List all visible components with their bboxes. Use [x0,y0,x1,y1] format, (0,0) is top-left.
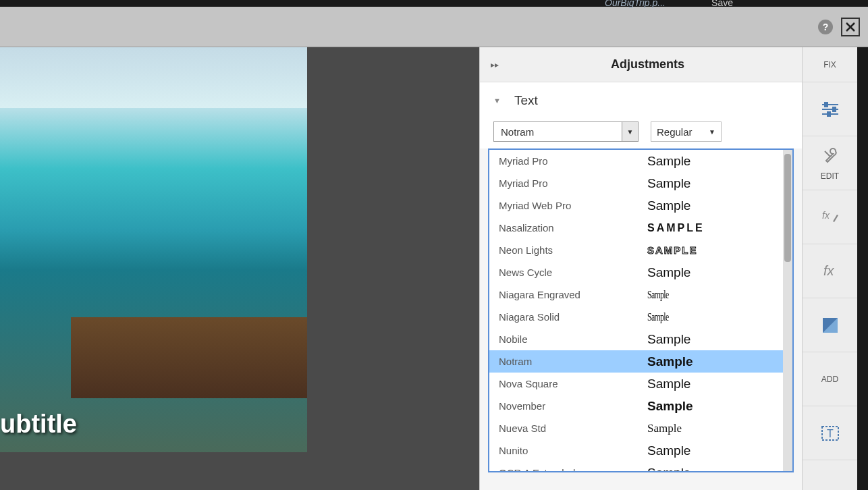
svg-rect-3 [825,103,828,107]
add-tool[interactable]: ADD [803,352,857,406]
adjustments-title: Adjustments [504,57,791,72]
font-option[interactable]: Niagara SolidSample [489,306,792,328]
font-weight-select[interactable]: Regular ▼ [651,121,722,142]
sliders-icon [819,99,841,120]
font-option-sample: Sample [647,332,783,347]
font-family-select[interactable]: Notram ▼ [493,121,639,142]
font-option[interactable]: Myriad ProSample [489,150,792,172]
font-option-sample: Sample [647,443,783,458]
collapse-icon[interactable]: ▸▸ [491,60,504,70]
font-option[interactable]: OCR A ExtendedSample [489,462,792,472]
subtitle-text-layer[interactable]: ubtitle [0,410,77,439]
font-option-name: November [499,400,647,412]
font-option-name: Nobile [499,333,647,345]
font-controls: Notram ▼ Regular ▼ [480,115,802,148]
fix-label: FIX [823,60,836,70]
font-option-name: Niagara Solid [499,311,647,323]
font-option-name: Myriad Pro [499,155,647,167]
font-option[interactable]: Nova SquareSample [489,373,792,395]
svg-rect-4 [833,107,836,111]
font-option-name: Neon Lights [499,244,647,256]
font-option[interactable]: News CycleSample [489,261,792,283]
chevron-down-icon: ▼ [622,122,638,141]
font-option-name: Nueva Std [499,423,647,434]
font-option-name: Nasalization [499,222,647,234]
font-option[interactable]: NunitoSample [489,439,792,462]
app-top-bar: OurBigTrip.p... Save [0,0,868,7]
close-button[interactable] [841,18,860,36]
edit-label: EDIT [821,171,839,181]
scrollbar-thumb[interactable] [784,154,791,262]
canvas-image[interactable]: ubtitle [0,47,307,452]
font-option-name: Myriad Pro [499,178,647,189]
font-option[interactable]: Niagara EngravedSample [489,283,792,306]
text-frame-icon: T [819,423,841,444]
text-section-label: Text [514,93,538,108]
font-option[interactable]: NobileSample [489,328,792,350]
canvas-area[interactable]: ubtitle [0,47,479,490]
wrench-icon [819,146,841,167]
font-option-name: Nunito [499,445,647,456]
font-option-sample: Sample [647,288,742,302]
font-option-name: Nova Square [499,378,647,389]
title-bar: ? [0,7,868,47]
fx-icon: fx [819,261,841,282]
font-option[interactable]: Myriad Web ProSample [489,194,792,217]
font-option-sample: Sample [647,310,742,324]
font-option[interactable]: Myriad ProSample [489,172,792,194]
edit-tool[interactable]: EDIT [803,136,857,190]
right-panel: ▸▸ Adjustments ▼ Text Notram ▼ Regular ▼ [479,47,857,490]
font-option-sample: Sample [647,377,783,391]
text-frame-tool[interactable]: T [803,406,857,460]
tool-rail: FIX EDIT fx fx [802,47,857,490]
svg-rect-5 [828,112,830,116]
font-weight-value: Regular [657,126,693,138]
save-action[interactable]: Save [711,0,733,8]
font-option-sample: Sample [647,399,783,414]
font-option-name: News Cycle [499,267,647,278]
adjustments-header: ▸▸ Adjustments [480,47,802,82]
add-label: ADD [821,375,838,384]
font-option-name: OCR A Extended [499,467,647,472]
fx-brush-tool[interactable]: fx [803,190,857,244]
font-option-name: Niagara Engraved [499,289,647,300]
font-family-value: Notram [501,126,534,138]
fix-tab[interactable]: FIX [803,47,857,82]
close-icon [845,22,856,32]
filter-tool[interactable] [803,298,857,352]
font-option[interactable]: Neon LightsSAMPLE [489,239,792,261]
document-filename: OurBigTrip.p... [605,0,666,8]
window-right-edge [857,47,868,490]
font-option-sample: Sample [647,466,783,473]
svg-text:T: T [827,428,834,439]
font-option-sample: Sample [647,265,783,280]
font-option[interactable]: NasalizationSAMPLE [489,217,792,239]
font-option-sample: Sample [647,422,783,435]
font-option-sample: SAMPLE [647,222,783,234]
workspace: ubtitle ▸▸ Adjustments ▼ Text Notram ▼ R… [0,47,868,490]
scrollbar[interactable] [783,150,792,471]
svg-text:fx: fx [822,210,830,221]
font-option-sample: Sample [647,154,783,169]
font-option-name: Myriad Web Pro [499,200,647,211]
font-option-sample: SAMPLE [647,244,783,256]
font-dropdown-list[interactable]: Myriad ProSampleMyriad ProSampleMyriad W… [488,148,794,472]
font-option[interactable]: NotramSample [489,350,792,373]
svg-text:fx: fx [823,263,835,278]
chevron-down-icon: ▼ [493,97,501,105]
adjustments-column: ▸▸ Adjustments ▼ Text Notram ▼ Regular ▼ [479,47,802,490]
canvas-dock-shape [71,317,307,398]
fx-tool[interactable]: fx [803,244,857,298]
font-option-sample: Sample [647,198,783,213]
font-option-name: Notram [499,356,647,367]
fx-brush-icon: fx [819,207,841,228]
filter-square-icon [819,315,841,336]
font-option-sample: Sample [647,176,783,191]
text-section-header[interactable]: ▼ Text [480,82,802,115]
font-option[interactable]: NovemberSample [489,395,792,417]
font-option-sample: Sample [647,354,783,369]
chevron-down-icon: ▼ [709,128,715,136]
font-option[interactable]: Nueva StdSample [489,417,792,439]
sliders-tool[interactable] [803,82,857,136]
help-icon[interactable]: ? [818,20,833,34]
